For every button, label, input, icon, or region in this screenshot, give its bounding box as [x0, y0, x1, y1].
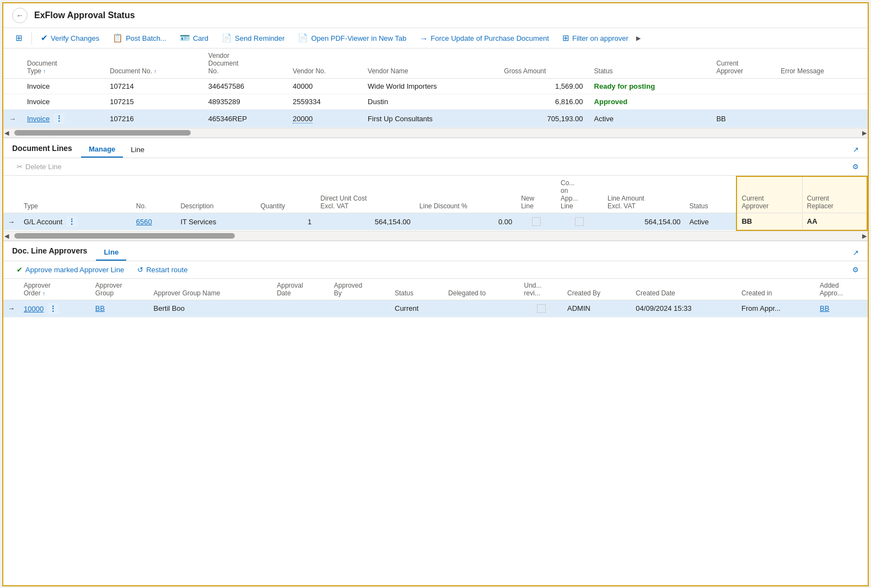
approver-row-und-revi[interactable] [520, 300, 563, 317]
card-icon: 🪪 [180, 33, 190, 43]
row-status-1: Ready for posting [589, 79, 711, 94]
context-menu-dots[interactable]: ⋮ [53, 113, 64, 124]
approve-marked-icon: ✔ [17, 266, 23, 274]
scroll-thumb[interactable] [14, 130, 191, 136]
approve-marked-button[interactable]: ✔ Approve marked Approver Line [12, 263, 128, 276]
col-header-approval-date: ApprovalDate [272, 279, 330, 300]
restart-route-label: Restart route [146, 266, 187, 274]
grid-toggle-button[interactable]: ⊞ [10, 30, 28, 46]
approvers-settings-icon[interactable]: ⚙ [852, 266, 859, 274]
open-pdf-button[interactable]: 📄 Open PDF-Viewer in New Tab [292, 30, 412, 46]
send-reminder-button[interactable]: 📄 Send Reminder [216, 30, 290, 46]
approver-row-group[interactable]: BB [91, 300, 149, 317]
col-header-approved-by: ApprovedBy [330, 279, 390, 300]
send-reminder-label: Send Reminder [235, 34, 284, 42]
approver-row-group-name: Bertil Boo [149, 300, 273, 317]
dl-row-co-on-app-line[interactable] [556, 213, 603, 230]
scroll-left-arrow[interactable]: ◀ [4, 130, 9, 137]
doc-lines-scrollbar[interactable]: ◀ ▶ [3, 231, 868, 241]
dl-row-new-line[interactable] [517, 213, 556, 230]
dl-row-quantity: 1 [256, 213, 316, 230]
approver-row-arrow: → [3, 300, 19, 317]
delete-line-button[interactable]: ✂ Delete Line [12, 160, 66, 173]
dl-row-description: IT Services [176, 213, 256, 230]
filter-approver-icon: ⊞ [562, 33, 569, 43]
dl-row-no[interactable]: 6560 [132, 213, 176, 230]
doc-line-approvers-panel: Doc. Line Approvers Line ↗ ✔ Approve mar… [3, 241, 868, 317]
doc-lines-table-wrapper: Type No. Description Quantity Direct Uni… [3, 176, 868, 231]
approver-order-link[interactable]: 10000 [24, 305, 44, 313]
col-header-current-approver: CurrentApprover [711, 48, 775, 79]
tab-manage[interactable]: Manage [81, 142, 123, 158]
und-revi-checkbox[interactable] [537, 304, 546, 313]
approver-context-dots[interactable]: ⋮ [47, 303, 58, 314]
vendor-no-link[interactable]: 20000 [293, 115, 313, 123]
row-gross-amount-1: 1,569.00 [498, 79, 588, 94]
document-lines-title: Document Lines [12, 144, 72, 156]
post-batch-button[interactable]: 📋 Post Batch... [107, 30, 172, 46]
added-appro-link[interactable]: BB [820, 304, 829, 312]
dl-no-link[interactable]: 6560 [136, 218, 152, 226]
card-button[interactable]: 🪪 Card [174, 30, 214, 46]
dl-scroll-right-arrow[interactable]: ▶ [862, 233, 867, 240]
col-header-gross-amount: Gross Amount [498, 48, 588, 79]
doc-line-approvers-actions: ✔ Approve marked Approver Line ↺ Restart… [3, 261, 868, 279]
row-vendor-name-2: Dustin [362, 94, 498, 110]
approver-row-approved-by [330, 300, 390, 317]
tab-line-doc[interactable]: Line [123, 142, 152, 157]
scroll-right-arrow[interactable]: ▶ [862, 130, 867, 137]
approve-marked-label: Approve marked Approver Line [25, 266, 124, 274]
open-pdf-icon: 📄 [298, 33, 308, 43]
tab-approver-line[interactable]: Line [96, 245, 126, 261]
grid-icon: ⊞ [15, 33, 23, 43]
row-status-3: Active [589, 110, 711, 128]
verify-changes-button[interactable]: ✔ Verify Changes [35, 30, 105, 46]
back-button[interactable]: ← [12, 8, 28, 23]
dl-context-dots[interactable]: ⋮ [67, 216, 78, 227]
approver-row-approval-date [272, 300, 330, 317]
col-header-approver-status: Status [390, 279, 444, 300]
doc-lines-settings-icon[interactable]: ⚙ [852, 163, 859, 171]
table-row[interactable]: Invoice 107215 48935289 2559334 Dustin 6… [3, 94, 868, 110]
row-vendor-no-1: 40000 [287, 79, 362, 94]
doc-lines-row[interactable]: → G/L Account ⋮ 6560 IT Services 1 564,1… [3, 213, 867, 230]
col-header-vendor-name: Vendor Name [362, 48, 498, 79]
page-header: ← ExFlow Approval Status [3, 3, 868, 28]
main-table: DocumentType ↑ Document No. ↑ VendorDocu… [3, 48, 868, 128]
filter-approver-label: Filter on approver [572, 34, 628, 42]
approver-row[interactable]: → 10000 ⋮ BB Bertil Boo Current ADMIN [3, 300, 868, 317]
col-header-type: Type [19, 176, 132, 213]
force-update-button[interactable]: → Force Update of Purchase Document [414, 31, 555, 46]
approver-row-added-appro[interactable]: BB [815, 300, 868, 317]
sort-arrow-doc-type: ↑ [43, 68, 46, 74]
col-header-vendor-doc-no: VendorDocumentNo. [203, 48, 287, 79]
row-vendor-no-3[interactable]: 20000 [287, 110, 362, 128]
document-lines-actions: ✂ Delete Line ⚙ [3, 158, 868, 176]
approver-row-order[interactable]: 10000 ⋮ [19, 300, 91, 317]
row-doc-type-3[interactable]: Invoice ⋮ [21, 110, 104, 128]
approver-group-link[interactable]: BB [95, 304, 105, 312]
new-line-checkbox[interactable] [532, 217, 541, 226]
col-header-doc-type: DocumentType ↑ [21, 48, 104, 79]
dl-scroll-left-arrow[interactable]: ◀ [4, 233, 9, 240]
restart-route-icon: ↺ [137, 266, 143, 274]
doc-lines-share-icon[interactable]: ↗ [853, 145, 859, 154]
approver-row-created-date: 04/09/2024 15:33 [631, 300, 737, 317]
restart-route-button[interactable]: ↺ Restart route [133, 263, 192, 276]
main-scrollbar[interactable]: ◀ ▶ [3, 128, 868, 138]
delete-line-icon: ✂ [17, 163, 23, 171]
col-header-approver-empty [3, 279, 19, 300]
table-row[interactable]: Invoice 107214 346457586 40000 Wide Worl… [3, 79, 868, 94]
open-pdf-label: Open PDF-Viewer in New Tab [311, 34, 406, 42]
filter-approver-button[interactable]: ⊞ Filter on approver [557, 30, 634, 46]
doc-type-link[interactable]: Invoice [27, 115, 50, 123]
row-status-2: Approved [589, 94, 711, 110]
dl-row-status: Active [685, 213, 736, 230]
doc-lines-table: Type No. Description Quantity Direct Uni… [3, 176, 868, 231]
force-update-icon: → [420, 34, 428, 43]
dl-scroll-thumb[interactable] [14, 233, 235, 239]
co-on-app-line-checkbox[interactable] [575, 217, 584, 226]
post-batch-icon: 📋 [112, 33, 123, 43]
approvers-share-icon[interactable]: ↗ [853, 249, 859, 257]
table-row[interactable]: → Invoice ⋮ 107216 465346REP 20000 First… [3, 110, 868, 128]
